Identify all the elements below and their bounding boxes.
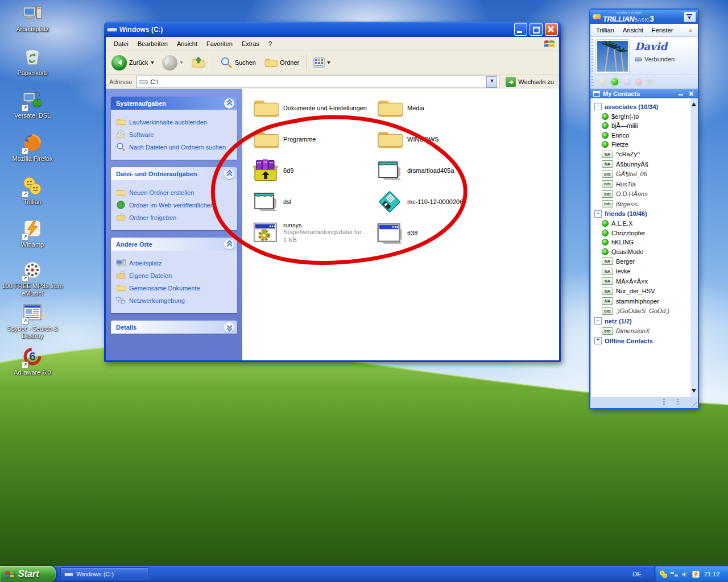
- title-bar[interactable]: Windows (C:): [104, 22, 561, 37]
- address-dropdown-button[interactable]: [486, 76, 497, 88]
- address-input[interactable]: C:\: [136, 76, 499, 88]
- minimize-button[interactable]: [514, 23, 527, 36]
- file-item[interactable]: runsys Stapelverarbeitungsdatei für ... …: [253, 217, 377, 248]
- desktop-icon-spybot[interactable]: ↗ Spybot - Search & Destroy: [1, 303, 64, 340]
- contact-row[interactable]: bjÃ—rniiii: [602, 122, 690, 129]
- desktop-icon-versatel-dsl[interactable]: ↗ Versatel DSL: [1, 90, 64, 119]
- task-link[interactable]: Ordner freigeben: [116, 213, 235, 222]
- contact-scrollbar[interactable]: [690, 98, 698, 397]
- contact-row[interactable]: QuasiModo: [602, 248, 690, 255]
- file-item[interactable]: tt38: [377, 217, 500, 248]
- panel-minimize-button[interactable]: [677, 90, 685, 97]
- task-link[interactable]: Software: [116, 130, 235, 139]
- task-link[interactable]: Gemeinsame Dokumente: [116, 283, 235, 293]
- file-item[interactable]: Media: [377, 92, 500, 123]
- file-item[interactable]: Dokumente und Einstellungen: [253, 92, 377, 123]
- group-associates[interactable]: -associates (10/34): [594, 103, 690, 110]
- scroll-up-icon[interactable]: [692, 100, 696, 106]
- windowshade-button[interactable]: [684, 12, 696, 22]
- menu-ansicht[interactable]: Ansicht: [172, 39, 202, 48]
- forward-button[interactable]: [160, 54, 185, 72]
- winamp-tray-icon[interactable]: [692, 570, 700, 579]
- views-button[interactable]: [311, 56, 333, 69]
- status-dnd-button[interactable]: [635, 78, 642, 85]
- expand-chevron-icon[interactable]: [224, 322, 234, 332]
- go-button[interactable]: ➜ Wechseln zu: [503, 76, 557, 88]
- menu-ansicht[interactable]: Ansicht: [623, 27, 643, 34]
- panel-header[interactable]: Systemaufgaben: [111, 97, 237, 110]
- task-link[interactable]: Nach Dateien und Ordnern suchen: [116, 142, 235, 152]
- panel-header[interactable]: Andere Orte: [111, 238, 237, 251]
- volume-tray-icon[interactable]: [681, 570, 689, 579]
- resize-grip[interactable]: [689, 400, 697, 407]
- group-offline[interactable]: +Offline Contacts: [594, 337, 690, 344]
- menu-bearbeiten[interactable]: Bearbeiten: [133, 39, 172, 48]
- contact-row[interactable]: NAMÄ×Ä×Ä×x: [602, 277, 690, 285]
- desktop-icon-emusic[interactable]: ↗ 100 FREE MP3s from eMusic!: [1, 260, 64, 297]
- desktop-icon-firefox[interactable]: ↗ Mozilla Firefox: [1, 133, 64, 163]
- trillian-tray-icon[interactable]: [659, 570, 668, 579]
- desktop-icon-trillian[interactable]: ↗ Trillian: [1, 176, 64, 206]
- task-link[interactable]: Eigene Dateien: [116, 271, 235, 280]
- task-link[interactable]: Arbeitsplatz: [116, 258, 235, 268]
- collapse-chevron-icon[interactable]: [224, 169, 234, 179]
- group-netz[interactable]: -netz (1/2): [594, 317, 690, 325]
- file-item[interactable]: drsmartload405a: [377, 155, 500, 186]
- panel-header[interactable]: Details: [111, 321, 237, 334]
- menu-datei[interactable]: Datei: [109, 39, 133, 48]
- collapse-chevron-icon[interactable]: [224, 239, 234, 250]
- drag-handle[interactable]: [677, 399, 679, 406]
- contact-row[interactable]: brbt9rge<<: [602, 200, 690, 207]
- contact-row[interactable]: brbDimensionX: [602, 327, 690, 335]
- contact-row[interactable]: NAÂ§bunnyÂ§: [602, 160, 690, 168]
- up-button[interactable]: [189, 55, 208, 70]
- close-button[interactable]: [545, 23, 558, 36]
- contact-row[interactable]: brbGÃ¶ttel_06: [602, 171, 690, 178]
- desktop-icon-papierkorb[interactable]: Papierkorb: [1, 47, 64, 77]
- task-link[interactable]: Ordner im Web veröffentlichen: [116, 200, 235, 210]
- contact-row[interactable]: brb;)GoOdieS_GoOd;): [602, 307, 690, 315]
- file-item[interactable]: WINDOWS: [377, 123, 500, 155]
- task-link[interactable]: Neuen Ordner erstellen: [116, 188, 235, 197]
- collapse-chevron-icon[interactable]: [224, 98, 234, 109]
- contact-row[interactable]: NAlevke: [602, 268, 690, 275]
- status-away-button[interactable]: [599, 78, 606, 85]
- contact-row[interactable]: NAstammhiphoper: [602, 297, 690, 305]
- menu-trillian[interactable]: Trillian: [596, 27, 614, 34]
- contact-row[interactable]: hKLING: [602, 239, 690, 246]
- expand-toggle[interactable]: +: [594, 337, 602, 344]
- status-invisible-button[interactable]: [623, 78, 630, 85]
- menu-favoriten[interactable]: Favoriten: [202, 39, 237, 48]
- status-extra-button[interactable]: [647, 80, 653, 85]
- taskbar-task-windows-c[interactable]: Windows (C:): [60, 567, 149, 581]
- contact-row[interactable]: NABerger: [602, 257, 690, 265]
- menu-extras[interactable]: Extras: [237, 39, 264, 48]
- file-item[interactable]: mc-110-12-0000206: [377, 186, 500, 217]
- drag-handle[interactable]: [592, 39, 593, 72]
- menu-overflow-icon[interactable]: »: [689, 27, 692, 34]
- panel-close-button[interactable]: [688, 90, 695, 97]
- search-button[interactable]: Suchen: [218, 55, 258, 70]
- menu-hilfe[interactable]: ?: [264, 39, 276, 48]
- contact-row[interactable]: A.L.E.X: [602, 220, 690, 227]
- collapse-toggle[interactable]: -: [594, 103, 602, 110]
- menu-fenster[interactable]: Fenster: [652, 27, 673, 34]
- group-friends[interactable]: -friends (10/46): [594, 210, 690, 218]
- trillian-title-bar[interactable]: cerulean studios TRILLIANBASIC3: [590, 10, 698, 24]
- language-indicator[interactable]: DE: [627, 566, 647, 582]
- contact-row[interactable]: Enrico: [602, 132, 690, 139]
- start-button[interactable]: Start: [0, 566, 56, 582]
- panel-header[interactable]: Datei- und Ordneraufgaben: [111, 167, 237, 180]
- contact-row[interactable]: $erg!n(-)o: [602, 113, 690, 120]
- drag-handle[interactable]: [592, 76, 593, 88]
- my-contacts-header[interactable]: My Contacts: [590, 89, 698, 98]
- drag-handle[interactable]: [663, 399, 665, 406]
- contact-row[interactable]: Chrizztopfer: [602, 230, 690, 236]
- file-item[interactable]: 6d9: [253, 155, 377, 186]
- desktop-icon-winamp[interactable]: ↗ Winamp: [1, 219, 64, 248]
- desktop-icon-arbeitsplatz[interactable]: Arbeitsplatz: [1, 3, 64, 33]
- maximize-button[interactable]: [530, 23, 543, 36]
- status-online-button[interactable]: [611, 78, 618, 85]
- folders-button[interactable]: Ordner: [262, 56, 301, 69]
- contact-row[interactable]: Fietze: [602, 141, 690, 148]
